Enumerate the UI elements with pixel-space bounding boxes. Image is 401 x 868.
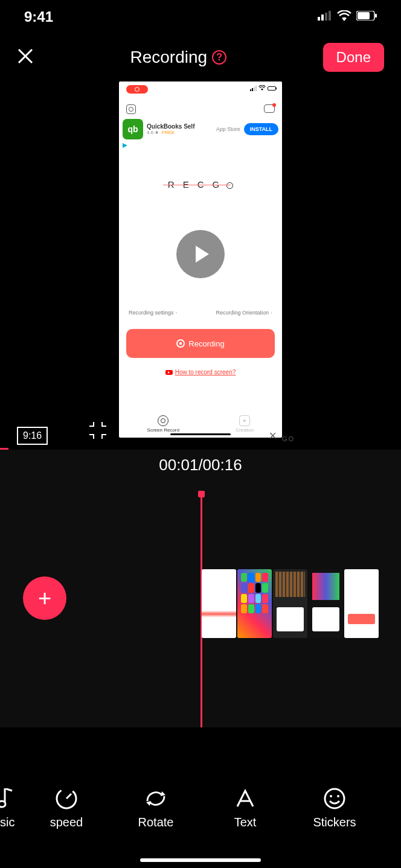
svg-line-12 [66, 794, 71, 799]
svg-rect-6 [375, 14, 377, 18]
clip-thumbnail[interactable] [273, 569, 307, 638]
tool-stickers[interactable]: Stickers [290, 787, 379, 829]
status-time: 9:41 [24, 8, 53, 25]
ad-banner: qb QuickBooks Self 4.6 ★ FREE App Store … [123, 119, 278, 139]
youtube-icon [165, 370, 173, 375]
cell-signal-icon [318, 11, 332, 23]
watermark-close-icon[interactable]: × [269, 428, 277, 444]
record-icon [176, 339, 185, 348]
tab-creation: Creation [236, 415, 254, 433]
mini-battery-icon [268, 86, 276, 91]
tool-label: Text [200, 815, 290, 829]
svg-rect-5 [358, 12, 370, 19]
tool-label: speed [22, 815, 111, 829]
tool-rotate[interactable]: Rotate [111, 787, 200, 829]
tool-label: Stickers [290, 815, 379, 829]
tool-speed[interactable]: speed [22, 787, 111, 829]
timeline: 00:01/00:16 + [0, 450, 401, 727]
header: Recording ? Done [0, 33, 401, 81]
close-button[interactable] [17, 47, 34, 68]
music-icon [0, 787, 22, 811]
svg-point-18 [337, 795, 339, 797]
status-indicators [318, 10, 377, 24]
wifi-icon [337, 10, 351, 24]
home-indicator-mini [170, 433, 231, 435]
svg-rect-1 [321, 14, 324, 21]
mini-wifi-icon [258, 85, 266, 92]
ad-store-label: App Store [216, 126, 240, 132]
tool-label: Rotate [111, 815, 200, 829]
page-title: Recording [130, 48, 207, 67]
help-icon[interactable]: ? [212, 50, 226, 65]
status-bar: 9:41 [0, 0, 401, 33]
svg-rect-0 [318, 17, 320, 21]
recording-settings-link: Recording settings› [129, 310, 178, 316]
stickers-icon [290, 787, 379, 811]
ad-price: FREE [162, 130, 175, 135]
ad-rating: 4.6 ★ [147, 130, 159, 135]
exit-fullscreen-icon[interactable] [87, 420, 109, 441]
clip-strip[interactable] [202, 569, 379, 638]
text-icon [200, 787, 290, 811]
svg-point-10 [0, 801, 5, 807]
svg-rect-2 [325, 13, 327, 21]
gear-icon [126, 104, 136, 114]
recording-button-label: Recording [188, 339, 224, 348]
svg-point-16 [325, 789, 344, 808]
timeline-track[interactable]: + [0, 492, 401, 727]
quickbooks-icon: qb [123, 119, 143, 139]
close-icon [17, 48, 34, 65]
header-title-wrap: Recording ? [130, 48, 226, 67]
done-button[interactable]: Done [323, 43, 384, 72]
bottom-toolbar: sic speed Rotate Text Stickers [0, 771, 401, 844]
add-clip-button[interactable]: + [23, 576, 66, 620]
clip-thumbnail[interactable] [344, 569, 379, 638]
rotate-icon [111, 787, 200, 811]
tool-label: sic [0, 815, 22, 829]
tab-label: Creation [236, 427, 254, 433]
speed-icon [22, 787, 111, 811]
watermark-text: GO [282, 435, 295, 442]
phone-preview[interactable]: qb QuickBooks Self 4.6 ★ FREE App Store … [119, 81, 282, 438]
svg-point-17 [330, 795, 332, 797]
ad-title: QuickBooks Self [147, 123, 213, 130]
svg-rect-3 [329, 11, 331, 21]
clip-thumbnail[interactable] [202, 569, 236, 638]
screen-record-icon [158, 415, 168, 426]
time-label: 00:01/00:16 [0, 450, 401, 474]
svg-marker-14 [146, 801, 151, 806]
svg-marker-13 [161, 791, 165, 796]
tool-music[interactable]: sic [0, 787, 22, 829]
recgo-logo: RECG [165, 179, 236, 190]
aspect-ratio-badge[interactable]: 9:16 [17, 427, 48, 445]
howto-link: How to record screen? [119, 369, 282, 375]
feedback-icon [264, 104, 275, 113]
play-button[interactable] [176, 230, 225, 278]
clip-thumbnail[interactable] [309, 569, 343, 638]
recording-button: Recording [126, 329, 275, 358]
clip-thumbnail[interactable] [237, 569, 272, 638]
home-indicator[interactable] [140, 858, 261, 862]
battery-icon [356, 11, 377, 23]
tab-screen-record: Screen Record [147, 415, 179, 433]
tab-label: Screen Record [147, 427, 179, 433]
mini-signal-icon [250, 86, 257, 91]
recording-orientation-link: Recording Orientation› [216, 310, 272, 316]
svg-marker-9 [123, 143, 127, 148]
creation-icon [239, 415, 250, 426]
recording-pill-icon [126, 85, 148, 94]
ad-choices-icon [123, 143, 127, 148]
tool-text[interactable]: Text [200, 787, 290, 829]
install-button: INSTALL [244, 123, 278, 135]
video-preview-area: qb QuickBooks Self 4.6 ★ FREE App Store … [0, 81, 401, 450]
mini-status-bar [250, 85, 276, 92]
